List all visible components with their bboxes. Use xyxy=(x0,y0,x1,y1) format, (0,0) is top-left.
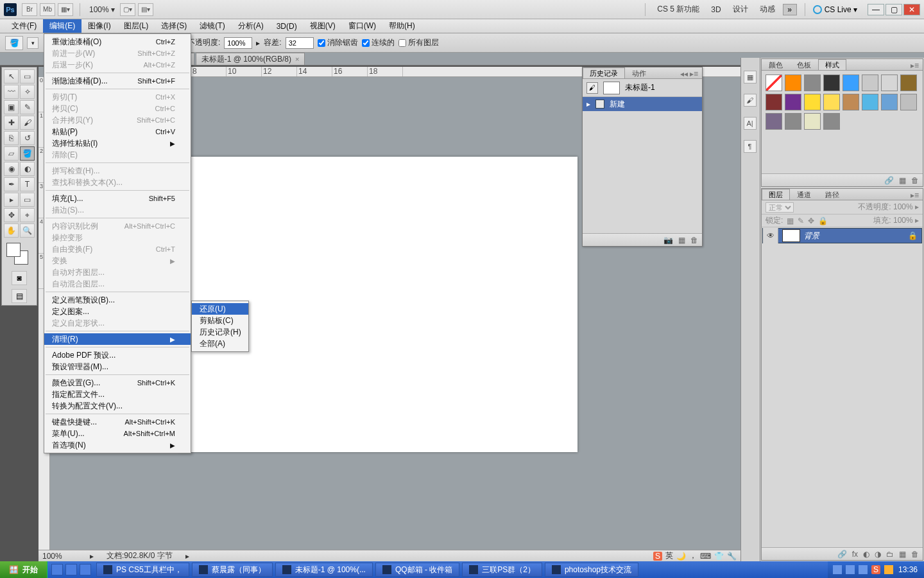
tray-icon[interactable] xyxy=(833,565,842,574)
group-icon[interactable]: 🗀 xyxy=(886,550,894,559)
window-maximize-button[interactable]: ▢ xyxy=(886,4,902,15)
tolerance-input[interactable] xyxy=(286,37,314,49)
doc-tab[interactable]: 未标题-1 @ 100%(RGB/8)× xyxy=(196,53,305,65)
history-step[interactable]: ▸ 新建 xyxy=(583,97,702,111)
menu-3[interactable]: 图层(L) xyxy=(117,19,155,33)
tool-preset-drop[interactable]: ▾ xyxy=(27,37,38,49)
minibridge-icon[interactable]: Mb xyxy=(40,3,55,16)
layer-row[interactable]: 👁 背景 🔒 xyxy=(762,228,922,243)
style-swatch[interactable] xyxy=(823,113,840,130)
eyedrop-tool[interactable]: ✎ xyxy=(20,100,35,114)
arrange-icon[interactable]: ▢▾ xyxy=(120,3,135,16)
tab-channels[interactable]: 通道 xyxy=(790,189,818,200)
brush-tool[interactable]: 🖌 xyxy=(20,116,35,130)
menu-item[interactable]: 指定配置文件... xyxy=(44,389,191,400)
panel-menu-icon[interactable]: ▸≡ xyxy=(907,191,923,200)
tool-preset-icon[interactable]: 🪣 xyxy=(5,36,23,50)
fg-color-swatch[interactable] xyxy=(6,243,21,257)
ime-lang-icon[interactable]: 英 xyxy=(665,550,673,561)
style-swatch[interactable] xyxy=(843,74,859,91)
style-swatch[interactable] xyxy=(843,94,859,110)
menu-10[interactable]: 帮助(H) xyxy=(382,19,422,33)
lasso-tool[interactable]: 〰 xyxy=(4,85,19,99)
opacity-arrow-icon[interactable]: ▸ xyxy=(256,39,260,48)
3dcam-tool[interactable]: ⌖ xyxy=(20,208,35,222)
new-style-icon[interactable]: ▦ xyxy=(899,176,906,185)
heal-tool[interactable]: ✚ xyxy=(4,116,19,130)
menu-item[interactable]: 定义图案... xyxy=(44,306,191,317)
new-state-icon[interactable]: ▦ xyxy=(678,236,685,245)
lock-all-icon[interactable]: 🔒 xyxy=(818,216,828,225)
menu-1[interactable]: 编辑(E) xyxy=(43,19,81,33)
ime-sogou-icon[interactable]: S xyxy=(653,552,662,561)
menu-item[interactable]: 填充(L)...Shift+F5 xyxy=(44,193,191,204)
menu-item[interactable]: 颜色设置(G)...Shift+Ctrl+K xyxy=(44,377,191,389)
task-button[interactable]: 三联PS群（2） xyxy=(462,563,542,577)
menu-item[interactable]: 预设管理器(M)... xyxy=(44,361,191,372)
dock-swatches-icon[interactable]: ▦ xyxy=(744,71,757,83)
adjust-icon[interactable]: ◑ xyxy=(875,550,881,559)
new-layer-icon[interactable]: ▦ xyxy=(899,550,906,559)
style-swatch[interactable] xyxy=(804,113,821,130)
task-button[interactable]: 蔡晨露（同事） xyxy=(192,563,273,577)
history-brush-tool[interactable]: ↺ xyxy=(20,131,35,145)
menu-8[interactable]: 视图(V) xyxy=(304,19,342,33)
menu-item[interactable]: 粘贴(P)Ctrl+V xyxy=(44,126,191,137)
tray-sogou-icon[interactable]: S xyxy=(871,565,880,574)
style-swatch[interactable] xyxy=(785,74,801,91)
layer-thumb[interactable] xyxy=(782,229,800,242)
ime-punct-icon[interactable]: ， xyxy=(689,550,697,561)
3d-tool[interactable]: ✥ xyxy=(4,208,19,222)
dodge-tool[interactable]: ◐ xyxy=(20,162,35,176)
screenmode-button[interactable]: ▤ xyxy=(12,289,27,303)
stamp-tool[interactable]: ⎘ xyxy=(4,131,19,145)
tab-color[interactable]: 颜色 xyxy=(762,59,790,70)
color-swatches[interactable] xyxy=(4,241,35,267)
style-swatch[interactable] xyxy=(881,74,898,91)
status-docinfo[interactable]: 文档:902.8K/0 字节 xyxy=(107,550,173,561)
ime-moon-icon[interactable]: 🌙 xyxy=(676,552,686,561)
move-tool[interactable]: ↖ xyxy=(4,69,19,83)
delete-layer-icon[interactable]: 🗑 xyxy=(911,550,919,559)
zoom-readout[interactable]: 100% ▾ xyxy=(84,5,120,14)
window-close-button[interactable]: ✕ xyxy=(903,4,920,15)
menu-0[interactable]: 文件(F) xyxy=(5,19,43,33)
ime-kbd-icon[interactable]: ⌨ xyxy=(700,552,711,561)
blur-tool[interactable]: ◉ xyxy=(4,162,19,176)
visibility-icon[interactable]: 👁 xyxy=(763,228,778,243)
menu-6[interactable]: 分析(A) xyxy=(232,19,270,33)
style-swatch[interactable] xyxy=(804,74,821,91)
ql-ie-icon[interactable] xyxy=(51,564,63,575)
eraser-tool[interactable]: ▱ xyxy=(4,146,19,161)
task-button[interactable]: QQ邮箱 - 收件箱 xyxy=(375,563,459,577)
hand-tool[interactable]: ✋ xyxy=(4,223,19,238)
style-swatch[interactable] xyxy=(804,94,821,110)
style-swatch[interactable] xyxy=(900,94,917,110)
menu-4[interactable]: 选择(S) xyxy=(155,19,193,33)
panel-collapse-icon[interactable]: ◂◂ ▸≡ xyxy=(676,69,702,78)
layer-name[interactable]: 背景 xyxy=(804,231,819,241)
ime-tool-icon[interactable]: 🔧 xyxy=(727,552,737,561)
tray-shield-icon[interactable] xyxy=(884,565,893,574)
menu-item[interactable]: 渐隐油漆桶(D)...Shift+Ctrl+F xyxy=(44,75,191,87)
menu-5[interactable]: 滤镜(T) xyxy=(193,19,231,33)
delete-style-icon[interactable]: 🗑 xyxy=(911,176,919,185)
start-button[interactable]: 🪟开始 xyxy=(0,561,47,578)
tab-paths[interactable]: 路径 xyxy=(818,189,846,200)
zoom-tool[interactable]: 🔍 xyxy=(20,223,35,238)
shape-tool[interactable]: ▭ xyxy=(20,193,35,207)
tab-layers[interactable]: 图层 xyxy=(762,189,790,200)
wand-tool[interactable]: ✧ xyxy=(20,85,35,99)
style-swatch[interactable] xyxy=(862,74,878,91)
contiguous-checkbox[interactable]: 连续的 xyxy=(362,37,395,48)
mask-icon[interactable]: ◐ xyxy=(863,550,869,559)
menu-item[interactable]: 重做油漆桶(O)Ctrl+Z xyxy=(44,36,191,48)
menu-item[interactable]: 历史记录(H) xyxy=(192,326,248,338)
tab-history[interactable]: 历史记录 xyxy=(583,67,625,78)
menu-item[interactable]: 清理(R)▶ xyxy=(44,333,191,345)
close-icon[interactable]: × xyxy=(295,55,299,63)
style-swatch[interactable] xyxy=(785,94,801,110)
bucket-tool[interactable]: 🪣 xyxy=(20,146,35,161)
style-swatch[interactable] xyxy=(766,74,782,91)
menu-item[interactable]: 选择性粘贴(I)▶ xyxy=(44,137,191,149)
